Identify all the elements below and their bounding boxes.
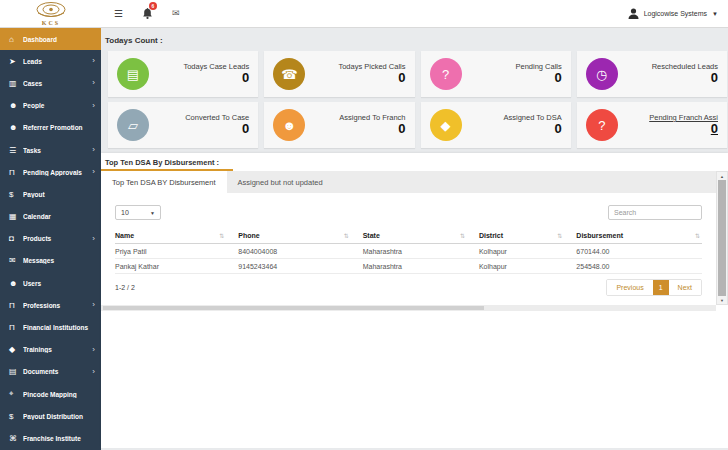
user-menu[interactable]: Logicowise Systems ▼ [628,8,728,19]
brand-logo[interactable]: KCS [0,0,101,27]
sidebar-item-pincode-mapping[interactable]: ⌖Pincode Mapping [0,383,101,405]
table-footer: 1-2 / 2 Previous 1 Next [115,279,702,296]
card-text: Pending Franch Assi0 [618,113,718,137]
sidebar-item-payout-distribution[interactable]: $Payout Distribution [0,405,101,427]
sidebar-item-label: Payout Distribution [23,413,95,420]
sidebar-item-products[interactable]: ◘Products› [0,228,101,250]
card-label: Pending Calls [462,62,562,71]
chevron-right-icon: › [92,368,95,376]
table-cell: Kolhapur [479,244,576,259]
sidebar-item-cases[interactable]: ▥Cases› [0,72,101,94]
table-row[interactable]: Priya Patil8404004008MaharashtraKolhapur… [115,244,702,259]
count-card-assigned-to-dsa: ◆Assigned To DSA0 [421,102,571,148]
topbar-icons: ☰ 6 ✉ [114,5,180,23]
table-cell: Kolhapur [479,259,576,274]
folder-icon: ▱ [117,109,149,141]
sort-icon[interactable]: ⇅ [460,232,465,239]
dsa-table: Name⇅Phone⇅State⇅District⇅Disbursement⇅ … [115,229,702,274]
sidebar-item-leads[interactable]: ➤Leads› [0,50,101,72]
scroll-down-arrow-icon[interactable]: ▼ [717,296,727,304]
avatar-icon [628,8,639,19]
sidebar-item-pending-approvals[interactable]: ΠPending Approvals› [0,161,101,183]
page-1-button[interactable]: 1 [653,280,669,295]
chevron-right-icon: › [92,79,95,87]
key-icon: ⌘ [9,434,23,443]
sort-icon[interactable]: ⇅ [344,232,349,239]
sidebar-item-label: Products [23,235,92,242]
column-header-disbursement[interactable]: Disbursement⇅ [576,229,702,244]
sidebar: ⌂Dashboard➤Leads›▥Cases›☻People›☻Referre… [0,28,101,450]
dsa-tab-content: 10 ▼ Name⇅Phone⇅State⇅District⇅Disbursem… [101,193,716,305]
users-icon: ☻ [9,279,23,288]
card-text: Assigned To DSA0 [462,113,562,137]
bank-icon: Π [9,301,23,310]
sidebar-item-professions[interactable]: ΠProfessions› [0,294,101,316]
counts-cards: ▤Todays Case Leads0☎Todays Picked Calls0… [108,51,727,148]
hamburger-menu-icon[interactable]: ☰ [114,9,123,19]
svg-text:KCS: KCS [41,20,59,26]
previous-page-button[interactable]: Previous [607,280,652,295]
tab-assigned-but-not-updated[interactable]: Assigned but not updated [227,171,334,193]
home-icon: ⌂ [9,35,23,44]
vertical-scrollbar[interactable]: ▲ ▼ [716,171,728,305]
sidebar-item-tasks[interactable]: ☰Tasks› [0,139,101,161]
sidebar-item-referrer-promotion[interactable]: ☻Referrer Promotion [0,117,101,139]
scroll-up-arrow-icon[interactable]: ▲ [717,172,727,180]
next-page-button[interactable]: Next [669,280,701,295]
bank-icon: Π [9,323,23,332]
notifications-button[interactable]: 6 [143,5,152,23]
card-label: Rescheduled Leads [618,62,718,71]
column-header-name[interactable]: Name⇅ [115,229,238,244]
table-row[interactable]: Pankaj Kathar9145243464MaharashtraKolhap… [115,259,702,274]
graduation-cap-icon: ◆ [430,109,462,141]
card-value: 0 [305,71,405,86]
list-icon: ☰ [9,146,23,155]
users-icon: ☻ [9,101,23,110]
clock-icon: ◷ [586,58,618,90]
horizontal-scrollbar[interactable] [101,305,716,311]
sidebar-item-payout[interactable]: $Payout [0,183,101,205]
tab-top-ten-dsa-by-disbursement[interactable]: Top Ten DSA BY Disbursement [101,171,227,193]
horizontal-scrollbar-thumb[interactable] [103,306,484,310]
column-header-phone[interactable]: Phone⇅ [238,229,362,244]
chevron-down-icon: ▼ [712,11,718,17]
column-label: State [363,232,380,239]
table-cell: 670144.00 [576,244,702,259]
count-card-converted-to-case: ▱Converted To Case0 [108,102,258,148]
table-cell: 254548.00 [576,259,702,274]
sidebar-item-users[interactable]: ☻Users [0,272,101,294]
sidebar-item-franchise-institute[interactable]: ⌘Franchise Institute [0,427,101,449]
card-value: 0 [462,122,562,137]
vertical-scrollbar-thumb[interactable] [718,180,726,296]
chevron-right-icon: › [92,57,95,65]
column-label: Disbursement [576,232,623,239]
sidebar-item-trainings[interactable]: ◆Trainings› [0,339,101,361]
sort-icon[interactable]: ⇅ [219,232,224,239]
topbar: KCS ☰ 6 ✉ Logicowise Systems ▼ [0,0,728,28]
table-controls: 10 ▼ [115,193,702,220]
search-input[interactable] [608,205,702,220]
sidebar-item-label: Payout [23,191,95,198]
select-caret-icon: ▼ [150,210,155,216]
card-text: Rescheduled Leads0 [618,62,718,86]
column-header-state[interactable]: State⇅ [363,229,479,244]
sidebar-item-dashboard[interactable]: ⌂Dashboard [0,28,101,50]
count-card-pending-franch-assi: ?Pending Franch Assi0 [577,102,727,148]
counts-section-title: Todays Count : [101,28,728,51]
sidebar-item-documents[interactable]: ▤Documents› [0,361,101,383]
chevron-right-icon: › [92,146,95,154]
sidebar-item-financial-institutions[interactable]: ΠFinancial Institutions [0,316,101,338]
count-card-rescheduled-leads: ◷Rescheduled Leads0 [577,51,727,97]
table-cell: Priya Patil [115,244,238,259]
users-icon: ☻ [9,123,23,132]
column-header-district[interactable]: District⇅ [479,229,576,244]
sort-icon[interactable]: ⇅ [557,232,562,239]
page-size-value: 10 [121,209,129,216]
sidebar-item-calendar[interactable]: ▦Calendar [0,206,101,228]
sidebar-item-people[interactable]: ☻People› [0,95,101,117]
sidebar-item-messages[interactable]: ✉Messages [0,250,101,272]
page-size-select[interactable]: 10 ▼ [115,205,161,220]
sort-icon[interactable]: ⇅ [695,232,700,239]
messages-envelope-icon[interactable]: ✉ [172,9,180,18]
table-header-row: Name⇅Phone⇅State⇅District⇅Disbursement⇅ [115,229,702,244]
